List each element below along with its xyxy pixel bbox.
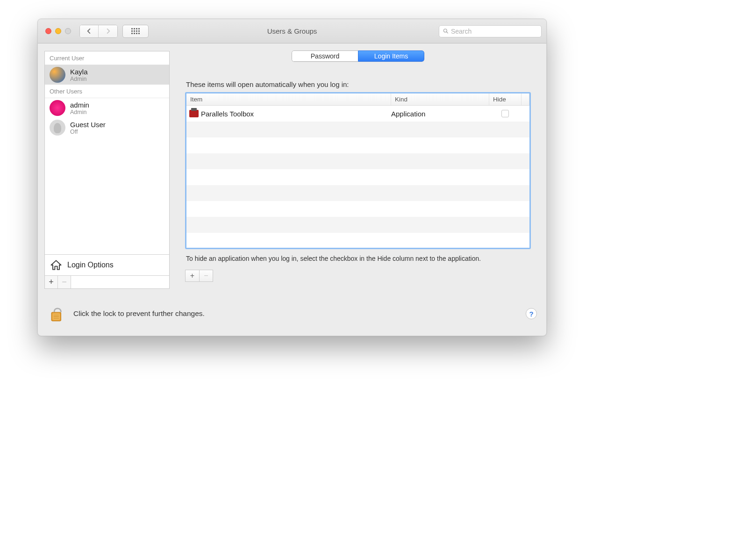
tab-login-items[interactable]: Login Items: [358, 50, 424, 62]
section-label-other-users: Other Users: [45, 85, 169, 98]
sidebar-item-user[interactable]: admin Admin: [45, 98, 169, 118]
app-icon: [189, 110, 199, 117]
scroll-gutter: [521, 93, 529, 105]
sidebar-item-user[interactable]: Guest User Off: [45, 118, 169, 137]
sidebar-item-current-user[interactable]: Kayla Admin: [45, 65, 169, 85]
titlebar: Users & Groups: [38, 19, 546, 43]
login-items-table[interactable]: Item Kind Hide Parallels Toolbox Applica…: [185, 92, 531, 249]
table-row: [186, 233, 529, 248]
table-row: [186, 217, 529, 233]
lock-text: Click the lock to prevent further change…: [73, 309, 205, 318]
window-title: Users & Groups: [267, 27, 317, 35]
chevron-left-icon: [86, 29, 92, 34]
table-row: [186, 185, 529, 201]
avatar-icon: [50, 67, 65, 83]
nav-buttons: [79, 25, 118, 38]
tab-password[interactable]: Password: [292, 50, 358, 62]
table-header: Item Kind Hide: [186, 93, 529, 106]
table-row: [186, 201, 529, 217]
show-all-button[interactable]: [122, 25, 149, 38]
main-panel: Password Login Items These items will op…: [176, 51, 540, 289]
tab-bar: Password Login Items: [292, 50, 424, 62]
zoom-icon: [65, 28, 71, 34]
grid-icon: [131, 28, 140, 34]
lock-button[interactable]: [49, 303, 65, 324]
search-icon: [443, 28, 449, 34]
avatar-icon: [50, 100, 65, 116]
add-user-button[interactable]: +: [45, 276, 58, 288]
svg-line-1: [446, 32, 448, 33]
item-add-remove: + −: [185, 270, 531, 282]
search-field[interactable]: [439, 25, 542, 37]
column-header-hide[interactable]: Hide: [489, 93, 521, 105]
column-header-item[interactable]: Item: [186, 93, 391, 105]
column-header-kind[interactable]: Kind: [391, 93, 489, 105]
close-icon[interactable]: [45, 28, 51, 34]
users-sidebar: Current User Kayla Admin Other Users adm…: [44, 51, 170, 289]
help-button[interactable]: ?: [526, 308, 537, 319]
chevron-right-icon: [106, 29, 111, 34]
back-button[interactable]: [80, 25, 99, 37]
search-input[interactable]: [451, 28, 537, 35]
user-role: Admin: [70, 109, 89, 115]
house-icon: [50, 258, 63, 272]
login-options-button[interactable]: Login Options: [45, 254, 169, 275]
panel-caption: These items will open automatically when…: [186, 80, 531, 88]
forward-button[interactable]: [99, 25, 117, 37]
login-options-label: Login Options: [67, 261, 114, 269]
lock-row: Click the lock to prevent further change…: [38, 294, 546, 336]
minimize-icon[interactable]: [55, 28, 61, 34]
table-row: [186, 169, 529, 185]
cell-item: Parallels Toolbox: [201, 110, 254, 118]
section-label-current-user: Current User: [45, 51, 169, 65]
content-area: Current User Kayla Admin Other Users adm…: [38, 43, 546, 294]
traffic-lights: [45, 28, 71, 34]
table-row: [186, 137, 529, 153]
hide-checkbox[interactable]: [501, 110, 509, 117]
avatar-icon: [50, 120, 65, 136]
sidebar-footer: + −: [45, 275, 169, 288]
user-name: admin: [70, 101, 89, 109]
table-row: [186, 122, 529, 137]
user-name: Guest User: [70, 121, 106, 129]
cell-kind: Application: [391, 110, 489, 118]
add-item-button[interactable]: +: [185, 270, 199, 282]
prefs-window: Users & Groups Current User Kayla Admin …: [37, 19, 547, 336]
lock-open-icon: [49, 303, 65, 323]
table-body: Parallels Toolbox Application: [186, 106, 529, 248]
user-name: Kayla: [70, 68, 88, 76]
user-role: Admin: [70, 76, 88, 82]
remove-item-button: −: [199, 270, 213, 282]
remove-user-button: −: [58, 276, 71, 288]
hint-text: To hide an application when you log in, …: [186, 254, 531, 263]
table-row: [186, 153, 529, 169]
user-role: Off: [70, 129, 106, 135]
table-row[interactable]: Parallels Toolbox Application: [186, 106, 529, 122]
